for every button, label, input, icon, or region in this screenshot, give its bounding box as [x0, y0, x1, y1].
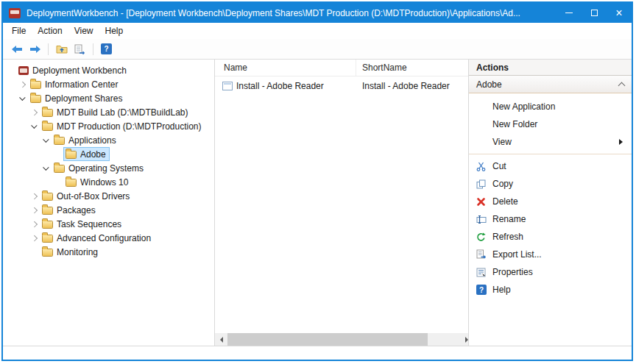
minimize-icon — [565, 13, 573, 13]
menu-view[interactable]: View — [68, 23, 99, 39]
help-button[interactable]: ? — [99, 41, 114, 57]
minimize-button[interactable] — [556, 3, 582, 23]
tree-item-information-center[interactable]: Information Center — [3, 77, 214, 91]
close-button[interactable]: × — [607, 3, 632, 23]
tree-expander-icon[interactable] — [30, 247, 40, 257]
tree-expander-icon[interactable] — [30, 121, 40, 131]
collapse-chevron-icon[interactable] — [618, 82, 626, 90]
action-new-application[interactable]: New Application — [469, 98, 632, 115]
list-item-install-adobe-reader[interactable]: Install - Adobe Reader Install - Adobe R… — [215, 79, 468, 93]
action-label: New Folder — [492, 119, 537, 129]
close-icon: × — [615, 7, 622, 19]
tree-item-label: Adobe — [80, 149, 106, 160]
action-export-list[interactable]: Export List... — [469, 246, 632, 263]
action-label: Cut — [492, 161, 506, 171]
folder-icon — [30, 95, 41, 103]
menu-file[interactable]: File — [6, 23, 32, 39]
tree-expander-icon[interactable] — [30, 205, 40, 215]
tree-item-deployment-workbench[interactable]: Deployment Workbench — [3, 63, 214, 77]
window-controls: × — [556, 3, 632, 23]
action-copy[interactable]: Copy — [469, 175, 632, 193]
tree-item-adobe[interactable]: Adobe — [3, 147, 214, 161]
title-bar[interactable]: DeploymentWorkbench - [Deployment Workbe… — [3, 3, 632, 23]
tree-expander-icon[interactable] — [54, 149, 63, 159]
tree-item-label: Information Center — [45, 79, 118, 90]
menu-bar: File Action View Help — [3, 23, 632, 39]
tree-expander-icon[interactable] — [18, 79, 28, 89]
cut-icon — [476, 160, 492, 172]
folder-icon — [42, 235, 53, 243]
status-bar — [3, 346, 632, 360]
toolbar-separator — [93, 43, 93, 55]
results-pane: Name ShortName Install - Adobe Reader In… — [214, 60, 469, 346]
toolbar-separator — [48, 43, 49, 55]
actions-pane: Actions Adobe New Application New Folder… — [469, 60, 632, 346]
action-new-folder[interactable]: New Folder — [469, 115, 632, 133]
application-icon — [222, 82, 233, 90]
tree-expander-icon[interactable] — [42, 135, 52, 145]
tree-expander-icon[interactable] — [30, 191, 40, 201]
tree-item-monitoring[interactable]: Monitoring — [3, 245, 214, 259]
action-delete[interactable]: Delete — [469, 193, 632, 210]
scrollbar-thumb[interactable] — [227, 333, 428, 346]
maximize-button[interactable] — [582, 3, 607, 23]
delete-icon — [476, 196, 492, 207]
export-list-button[interactable] — [72, 41, 88, 57]
actions-group-header-adobe[interactable]: Adobe — [469, 76, 632, 93]
export-list-icon — [476, 249, 492, 260]
tree-item-operating-systems[interactable]: Operating Systems — [3, 161, 214, 175]
tree-item-packages[interactable]: Packages — [3, 203, 214, 217]
folder-icon — [30, 81, 41, 89]
forward-arrow-icon — [29, 45, 41, 54]
tree-expander-icon[interactable] — [42, 163, 52, 173]
tree-expander-icon[interactable] — [30, 233, 40, 243]
column-header-name[interactable]: Name — [215, 60, 356, 76]
scroll-left-button[interactable] — [215, 333, 227, 346]
tree-item-windows-10[interactable]: Windows 10 — [3, 175, 214, 189]
scroll-left-icon — [220, 337, 223, 343]
tree-expander-icon[interactable] — [54, 177, 63, 187]
back-button[interactable] — [9, 41, 24, 57]
tree-item-label: Out-of-Box Drivers — [57, 191, 130, 201]
tree-expander-icon[interactable] — [7, 65, 16, 75]
list-header: Name ShortName — [215, 60, 468, 76]
copy-icon — [476, 178, 492, 190]
tree-item-mdt-build-lab[interactable]: MDT Build Lab (D:\MDTBuildLab) — [3, 105, 214, 119]
up-one-level-button[interactable] — [54, 41, 69, 57]
tree-expander-icon[interactable] — [30, 219, 40, 229]
forward-button[interactable] — [27, 41, 43, 57]
action-refresh[interactable]: Refresh — [469, 228, 632, 246]
tree-item-advanced-configuration[interactable]: Advanced Configuration — [3, 231, 214, 245]
tree-item-applications[interactable]: Applications — [3, 133, 214, 147]
tree-item-label: Deployment Shares — [45, 93, 122, 104]
action-help[interactable]: ? Help — [469, 281, 632, 299]
maximize-icon — [591, 10, 598, 16]
column-header-shortname[interactable]: ShortName — [356, 60, 468, 76]
tree-item-deployment-shares[interactable]: Deployment Shares — [3, 91, 214, 105]
action-label: Rename — [492, 214, 526, 224]
action-rename[interactable]: Rename — [469, 210, 632, 228]
tree-item-label: Advanced Configuration — [57, 233, 151, 243]
folder-icon — [42, 207, 53, 215]
tree-expander-icon[interactable] — [30, 107, 40, 117]
tree-item-task-sequences[interactable]: Task Sequences — [3, 217, 214, 231]
tree-expander-icon[interactable] — [18, 93, 28, 103]
action-label: Delete — [492, 196, 518, 207]
folder-up-icon — [56, 44, 68, 54]
action-properties[interactable]: Properties — [469, 263, 632, 281]
menu-action[interactable]: Action — [32, 23, 68, 39]
folder-icon — [54, 165, 65, 173]
tree-item-mdt-production[interactable]: MDT Production (D:\MDTProduction) — [3, 119, 214, 133]
tree-item-label: MDT Production (D:\MDTProduction) — [57, 121, 202, 132]
horizontal-scrollbar[interactable] — [215, 333, 468, 346]
action-view[interactable]: View — [469, 133, 632, 151]
scroll-right-icon — [465, 337, 468, 343]
tree-item-label: Operating Systems — [68, 163, 144, 174]
action-cut[interactable]: Cut — [469, 157, 632, 175]
folder-icon — [42, 221, 53, 229]
scroll-right-button[interactable] — [456, 333, 468, 346]
rename-icon — [476, 213, 492, 225]
menu-help[interactable]: Help — [99, 23, 130, 39]
tree-item-out-of-box-drivers[interactable]: Out-of-Box Drivers — [3, 189, 214, 203]
tree-item-label: Task Sequences — [57, 219, 121, 229]
